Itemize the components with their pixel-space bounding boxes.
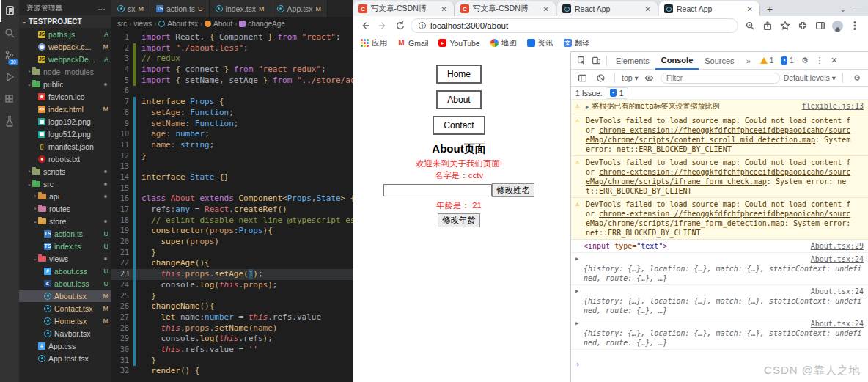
nav-button-about[interactable]: About	[436, 90, 481, 109]
code-line-11[interactable]: 11 name: string;	[111, 140, 353, 151]
console-message-2[interactable]: ⚠DevTools failed to load source map: Cou…	[571, 114, 868, 156]
issues-bar[interactable]: 1 Issue: ▪1	[571, 87, 868, 100]
js-context-selector[interactable]: top ▾	[622, 73, 639, 82]
bookmark-star-icon[interactable]	[779, 18, 791, 33]
extensions-icon[interactable]	[0, 88, 19, 110]
message-count-badge[interactable]: ▪1	[781, 56, 794, 65]
code-line-1[interactable]: 1import React, { Component } from "react…	[111, 32, 353, 43]
code-line-25[interactable]: 25 }	[111, 291, 353, 302]
tree-item-logo512-png[interactable]: ▦logo512.png	[19, 128, 111, 140]
console-filter-input[interactable]	[661, 73, 780, 84]
source-link[interactable]: flexible.js:13	[802, 101, 864, 112]
source-link[interactable]: About.tsx:29	[811, 241, 864, 251]
warning-count-badge[interactable]: 1	[760, 56, 774, 65]
eye-icon[interactable]	[642, 71, 657, 84]
change-name-button[interactable]: 修改姓名	[492, 183, 534, 197]
expand-arrow-icon[interactable]: ▶	[575, 287, 581, 315]
tree-item-navbar-tsx[interactable]: Navbar.tsx	[19, 327, 111, 339]
test-icon[interactable]	[0, 110, 19, 132]
tree-item-routes[interactable]: ›routes	[19, 202, 111, 215]
refresh-icon[interactable]	[393, 18, 408, 33]
devtools-tab-sources[interactable]: Sources	[699, 52, 740, 70]
tree-item-app-test-tsx[interactable]: App.test.tsx	[19, 352, 111, 364]
tree-item-logo192-png[interactable]: ▦logo192.png	[19, 115, 111, 128]
expand-arrow-icon[interactable]	[575, 241, 581, 251]
code-line-5[interactable]: 5import { setName, setAge } from "../sto…	[111, 76, 353, 87]
tab-close-icon[interactable]: ✕	[542, 5, 551, 13]
project-root-folder[interactable]: ⌄ TESTPROJECT	[19, 15, 111, 28]
tree-item-store[interactable]: ⌄store	[19, 215, 111, 227]
devtools-settings-icon[interactable]: ⚙	[798, 54, 812, 67]
code-line-27[interactable]: 27 let name:number = this.refs.value	[111, 312, 353, 323]
breadcrumb-item[interactable]: src	[117, 20, 127, 28]
code-line-21[interactable]: 21 }	[111, 248, 353, 259]
log-levels-selector[interactable]: Default levels ▾	[784, 73, 836, 82]
tree-item-src[interactable]: ⌄src	[19, 177, 111, 190]
tree-item-webpack-c-[interactable]: ◉webpack.c...M	[19, 40, 111, 53]
breadcrumb-item[interactable]: About	[213, 20, 232, 28]
browser-tab-4[interactable]: React App✕	[659, 1, 760, 16]
console-message-4[interactable]: ⚠DevTools failed to load source map: Cou…	[571, 198, 868, 240]
new-tab-button[interactable]: +	[761, 1, 779, 16]
explorer-icon[interactable]	[0, 0, 19, 22]
console-message-8[interactable]: ▶About.tsx:24{history: {…}, location: {……	[571, 317, 868, 350]
tree-item-index-html[interactable]: <>index.htmlM	[19, 103, 111, 115]
tree-item-webpackde-[interactable]: JSwebpackDe...A	[19, 53, 111, 65]
back-icon[interactable]	[358, 18, 372, 33]
device-toolbar-icon[interactable]	[589, 54, 603, 67]
nav-button-contact[interactable]: Contact	[433, 116, 485, 135]
search-icon[interactable]	[0, 22, 19, 44]
tab-search-icon[interactable]: ⌄	[840, 5, 846, 13]
forward-icon[interactable]	[375, 18, 390, 33]
expand-arrow-icon[interactable]: ▶	[575, 254, 581, 283]
tree-item-robots-txt[interactable]: ●robots.txt	[19, 153, 111, 165]
code-line-29[interactable]: 29 console.log(this.refs);	[111, 334, 353, 345]
console-settings-icon[interactable]: ⚙	[850, 71, 864, 84]
tree-item-scripts[interactable]: ›scripts	[19, 165, 111, 177]
console-message-3[interactable]: ⚠DevTools failed to load source map: Cou…	[571, 156, 868, 198]
code-line-12[interactable]: 12}	[111, 151, 353, 162]
editor-tab-action-ts[interactable]: TSaction.tsU	[150, 0, 210, 17]
explorer-actions-icon[interactable]: ···	[98, 4, 106, 12]
breadcrumb-item[interactable]: views	[133, 20, 152, 28]
console-sidebar-icon[interactable]	[575, 71, 589, 84]
code-line-9[interactable]: 9 setName: Function;	[111, 119, 353, 130]
extensions-puzzle-icon[interactable]	[797, 18, 809, 33]
code-line-31[interactable]: 31 }	[111, 356, 353, 367]
code-line-24[interactable]: 24 console.log(this.props);	[111, 280, 353, 291]
code-line-8[interactable]: 8 setAge: Function;	[111, 108, 353, 119]
editor-tab-sx[interactable]: sxM	[111, 0, 150, 17]
tree-item-action-ts[interactable]: TSaction.tsU	[19, 227, 111, 240]
code-line-18[interactable]: 18 // eslint-disable-next-line @typescri…	[111, 216, 353, 227]
code-line-2[interactable]: 2import "./about.less";	[111, 43, 353, 54]
bookmark-tr[interactable]: 文翻译	[564, 38, 590, 48]
address-bar[interactable]: i localhost:3000/about	[411, 18, 738, 33]
code-line-19[interactable]: 19 constructor(props:Props){	[111, 226, 353, 237]
browser-tab-2[interactable]: C写文章-CSDN博✕	[455, 1, 556, 16]
devtools-tab-more[interactable]: »	[740, 52, 757, 70]
source-link[interactable]: About.tsx:24	[811, 255, 864, 263]
devtools-close-icon[interactable]: ✕	[827, 54, 842, 67]
code-line-4[interactable]: 4import { connect } from "react-redux";	[111, 65, 353, 76]
console-message-6[interactable]: ▶About.tsx:24{history: {…}, location: {……	[571, 253, 868, 285]
tab-close-icon[interactable]: ✕	[440, 5, 449, 13]
share-icon[interactable]	[762, 18, 773, 33]
console-message-5[interactable]: <input type="text">About.tsx:29	[571, 240, 868, 253]
code-line-28[interactable]: 28 this.props.setName(name)	[111, 323, 353, 334]
tree-item-about-css[interactable]: #about.cssU	[19, 265, 111, 277]
site-info-icon[interactable]: i	[419, 22, 426, 29]
clear-console-icon[interactable]	[593, 71, 608, 84]
breadcrumb[interactable]: src›views›About.tsx›About›changeAge	[111, 17, 353, 31]
inspect-element-icon[interactable]	[574, 54, 589, 67]
profile-avatar[interactable]	[832, 21, 843, 32]
tree-item-node-modules[interactable]: ›node_modules	[19, 65, 111, 78]
code-line-32[interactable]: 32 render() {	[111, 366, 353, 377]
bookmark-apps[interactable]: 应用	[361, 38, 387, 48]
tab-close-icon[interactable]: ✕	[644, 5, 652, 13]
tree-item-app-css[interactable]: #App.css	[19, 339, 111, 352]
bookmark-gmail[interactable]: MGmail	[397, 39, 428, 48]
breadcrumb-item[interactable]: About.tsx	[167, 20, 198, 28]
side-panel-icon[interactable]	[814, 18, 826, 33]
tree-item-paths-js[interactable]: JSpaths.jsA	[19, 28, 111, 40]
console-message-1[interactable]: ⚠▶ 将根据已有的meta标签来设置缩放比例flexible.js:13	[571, 100, 868, 114]
